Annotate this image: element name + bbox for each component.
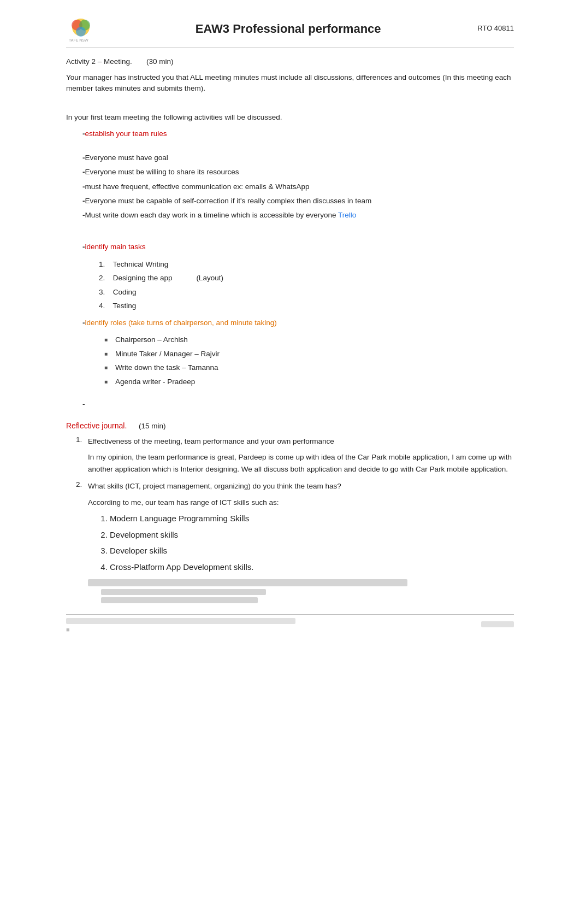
svg-point-3 <box>76 27 86 37</box>
skills-list: Modern Language Programming Skills Devel… <box>66 511 514 574</box>
role-2: ■ Minute Taker / Manager – Rajvir <box>104 348 514 360</box>
reflective-heading-line: Reflective journal. (15 min) <box>66 421 514 430</box>
footer-left: ■ <box>66 618 295 633</box>
team-rules-list: - Everyone must have goal - Everyone mus… <box>66 152 514 221</box>
reflective-item-1: 1. Effectiveness of the meeting, team pe… <box>66 435 514 448</box>
section1-list: - establish your team rules <box>66 128 514 139</box>
task-2: 2. Designing the app (Layout) <box>99 272 514 284</box>
activity-label: Activity 2 – Meeting. <box>66 57 132 66</box>
team-rule-1: - Everyone must have goal <box>66 152 514 163</box>
redacted-section <box>66 579 514 603</box>
skill-2: Development skills <box>110 528 514 542</box>
rto-number: RTO 40811 <box>477 16 514 32</box>
trello-link[interactable]: Trello <box>338 211 356 219</box>
task-1: 1. Technical Writing <box>99 258 514 270</box>
section1-heading-item: - establish your team rules <box>66 128 514 139</box>
role-1: ■ Chairperson – Archish <box>104 334 514 346</box>
roles-list: ■ Chairperson – Archish ■ Minute Taker /… <box>66 334 514 387</box>
redacted-line-1 <box>88 579 407 586</box>
footer-page <box>481 621 514 629</box>
skill-3: Developer skills <box>110 544 514 558</box>
task-3: 3. Coding <box>99 286 514 298</box>
section1-heading: establish your team rules <box>85 128 514 139</box>
team-rule-4: - Everyone must be capable of self-corre… <box>66 196 514 207</box>
intro-para1: Your manager has instructed you that ALL… <box>66 72 514 95</box>
reflective-q1: Effectiveness of the meeting, team perfo… <box>88 435 334 448</box>
section2-heading: identify main tasks <box>85 242 514 252</box>
role-4: ■ Agenda writer - Pradeep <box>104 376 514 388</box>
redacted-sub-2 <box>101 597 258 603</box>
reflective-time: (15 min) <box>139 422 166 430</box>
footer-page-line <box>481 621 514 627</box>
section2-heading-item: - identify main tasks <box>66 242 514 252</box>
tasks-list: 1. Technical Writing 2. Designing the ap… <box>66 258 514 312</box>
intro-para2: In your first team meeting the following… <box>66 112 514 123</box>
skill-1: Modern Language Programming Skills <box>110 511 514 526</box>
team-rule-5: - Must write down each day work in a tim… <box>66 210 514 221</box>
role-3: ■ Write down the task – Tamanna <box>104 362 514 374</box>
reflective-heading: Reflective journal. <box>66 421 127 430</box>
document-footer: ■ <box>66 614 514 633</box>
document-header: TAFE NSW EAW3 Professional performance R… <box>66 16 514 48</box>
reflective-a2: According to me, our team has range of I… <box>66 497 514 509</box>
section3-heading-item: - identify roles (take turns of chairper… <box>66 317 514 328</box>
team-rule-3: - must have frequent, effective communic… <box>66 181 514 192</box>
reflective-item-2: 2. What skills (ICT, project management,… <box>66 480 514 492</box>
section2-heading-list: - identify main tasks <box>66 242 514 252</box>
reflective-q2: What skills (ICT, project management, or… <box>88 480 341 492</box>
svg-text:TAFE NSW: TAFE NSW <box>69 38 88 42</box>
activity-time: (30 min) <box>146 57 174 66</box>
logo: TAFE NSW <box>66 16 99 44</box>
task-4: 4. Testing <box>99 300 514 312</box>
document-title: EAW3 Professional performance <box>99 16 477 36</box>
redacted-sub-1 <box>101 589 266 595</box>
team-rule-2: - Everyone must be willing to share its … <box>66 167 514 178</box>
skill-4: Cross-Platform App Development skills. <box>110 560 514 574</box>
section3-heading: identify roles (take turns of chairperso… <box>85 317 514 328</box>
empty-dash: - <box>66 400 514 408</box>
footer-redacted-line <box>66 618 295 624</box>
reflective-a1: In my opinion, the team performance is g… <box>66 451 514 475</box>
activity-line: Activity 2 – Meeting. (30 min) <box>66 57 514 66</box>
section3-heading-list: - identify roles (take turns of chairper… <box>66 317 514 328</box>
